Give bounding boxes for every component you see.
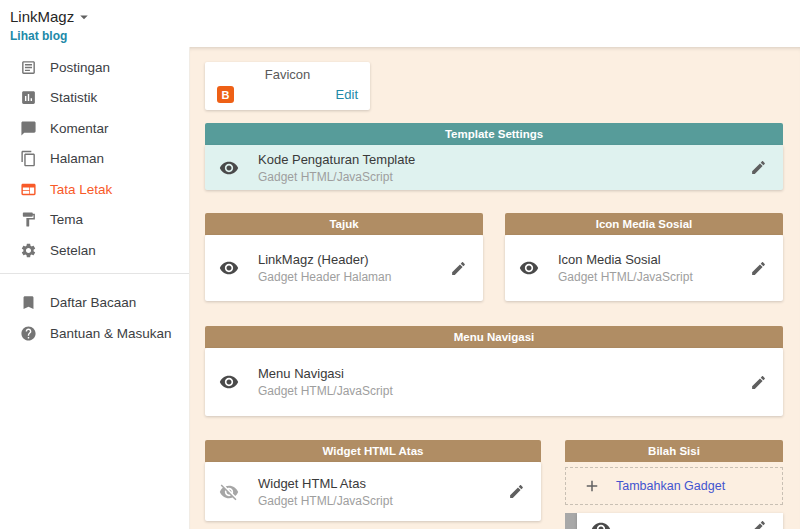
gadget-type: Gadget Header Halaman	[258, 270, 391, 284]
gadget-name: Widget HTML Atas	[258, 476, 393, 491]
sidebar: Postingan Statistik Komentar Halaman Tat…	[0, 47, 190, 529]
gadget-name: LinkMagz (Header)	[258, 252, 391, 267]
sidebar-divider	[0, 273, 189, 274]
chevron-down-icon	[75, 6, 93, 26]
favicon-card-title: Favicon	[217, 68, 358, 82]
section-header: Menu Navigasi	[205, 326, 783, 348]
posts-icon	[20, 59, 37, 76]
visibility-icon[interactable]	[219, 258, 239, 278]
edit-icon[interactable]	[750, 260, 767, 277]
visibility-icon[interactable]	[519, 258, 539, 278]
visibility-icon[interactable]	[591, 519, 611, 529]
sidebar-item-label: Komentar	[50, 121, 109, 136]
gadget-card	[577, 513, 783, 529]
sidebar-gadget-partial	[565, 513, 783, 529]
gadget-name: Menu Navigasi	[258, 366, 393, 381]
topbar: LinkMagz Lihat blog	[0, 0, 800, 47]
layout-editor: Favicon B Edit Template Settings Kode Pe…	[190, 47, 800, 529]
blogger-favicon-icon: B	[217, 86, 234, 103]
edit-icon[interactable]	[750, 519, 767, 529]
plus-icon	[583, 477, 601, 495]
section-header: Tajuk	[205, 213, 483, 235]
section-header: Icon Media Sosial	[505, 213, 783, 235]
sidebar-item-postingan[interactable]: Postingan	[0, 52, 189, 83]
settings-icon	[20, 242, 37, 259]
sidebar-item-bantuan-masukan[interactable]: Bantuan & Masukan	[0, 318, 189, 349]
section-header: Bilah Sisi	[565, 440, 783, 462]
visibility-icon[interactable]	[219, 372, 239, 392]
edit-icon[interactable]	[450, 260, 467, 277]
section-bilah-sisi: Bilah Sisi Tambahkan Gadget	[565, 440, 783, 529]
section-tajuk: Tajuk LinkMagz (Header) Gadget Header Ha…	[205, 213, 483, 301]
favicon-card: Favicon B Edit	[205, 62, 370, 110]
reading-list-icon	[20, 294, 37, 311]
sidebar-item-label: Statistik	[50, 90, 97, 105]
edit-icon[interactable]	[508, 483, 525, 500]
gadget-card: Menu Navigasi Gadget HTML/JavaScript	[205, 348, 783, 416]
sidebar-item-label: Daftar Bacaan	[50, 295, 136, 310]
blog-switcher-dropdown[interactable]: LinkMagz	[10, 6, 93, 26]
sidebar-item-label: Postingan	[50, 60, 110, 75]
layout-icon	[20, 181, 37, 198]
gadget-type: Gadget HTML/JavaScript	[258, 384, 393, 398]
gadget-card: Icon Media Sosial Gadget HTML/JavaScript	[505, 235, 783, 301]
sidebar-item-label: Bantuan & Masukan	[50, 326, 172, 341]
sidebar-item-setelan[interactable]: Setelan	[0, 235, 189, 266]
gadget-type: Gadget HTML/JavaScript	[558, 270, 693, 284]
pages-icon	[20, 150, 37, 167]
sidebar-item-komentar[interactable]: Komentar	[0, 113, 189, 144]
gadget-type: Gadget HTML/JavaScript	[258, 170, 415, 184]
help-icon	[20, 325, 37, 342]
section-header: Widget HTML Atas	[205, 440, 541, 462]
sidebar-item-label: Tata Letak	[50, 182, 112, 197]
blog-title: LinkMagz	[10, 8, 74, 25]
add-gadget-label: Tambahkan Gadget	[616, 479, 725, 493]
sidebar-item-halaman[interactable]: Halaman	[0, 144, 189, 175]
sidebar-item-daftar-bacaan[interactable]: Daftar Bacaan	[0, 288, 189, 319]
visibility-off-icon[interactable]	[219, 482, 239, 502]
gadget-card: Kode Pengaturan Template Gadget HTML/Jav…	[205, 145, 783, 190]
gadget-card: Widget HTML Atas Gadget HTML/JavaScript	[205, 462, 541, 521]
view-blog-link[interactable]: Lihat blog	[10, 29, 67, 43]
sidebar-item-label: Tema	[50, 212, 83, 227]
gadget-name: Kode Pengaturan Template	[258, 152, 415, 167]
theme-icon	[20, 211, 37, 228]
gadget-name: Icon Media Sosial	[558, 252, 693, 267]
sidebar-item-label: Setelan	[50, 243, 96, 258]
add-gadget-button[interactable]: Tambahkan Gadget	[565, 467, 783, 505]
favicon-edit-link[interactable]: Edit	[336, 87, 358, 102]
stats-icon	[20, 89, 37, 106]
section-header: Template Settings	[205, 123, 783, 145]
gadget-type: Gadget HTML/JavaScript	[258, 494, 393, 508]
edit-icon[interactable]	[750, 159, 767, 176]
comments-icon	[20, 120, 37, 137]
drag-handle[interactable]	[565, 513, 577, 529]
gadget-card: LinkMagz (Header) Gadget Header Halaman	[205, 235, 483, 301]
section-menu-navigasi: Menu Navigasi Menu Navigasi Gadget HTML/…	[205, 326, 783, 416]
edit-icon[interactable]	[750, 374, 767, 391]
sidebar-item-label: Halaman	[50, 151, 104, 166]
visibility-icon[interactable]	[219, 158, 239, 178]
section-icon-media-sosial: Icon Media Sosial Icon Media Sosial Gadg…	[505, 213, 783, 301]
sidebar-item-tata-letak[interactable]: Tata Letak	[0, 174, 189, 205]
sidebar-item-statistik[interactable]: Statistik	[0, 83, 189, 114]
section-template-settings: Template Settings Kode Pengaturan Templa…	[205, 123, 783, 190]
section-widget-html-atas: Widget HTML Atas Widget HTML Atas Gadget…	[205, 440, 541, 529]
sidebar-item-tema[interactable]: Tema	[0, 205, 189, 236]
